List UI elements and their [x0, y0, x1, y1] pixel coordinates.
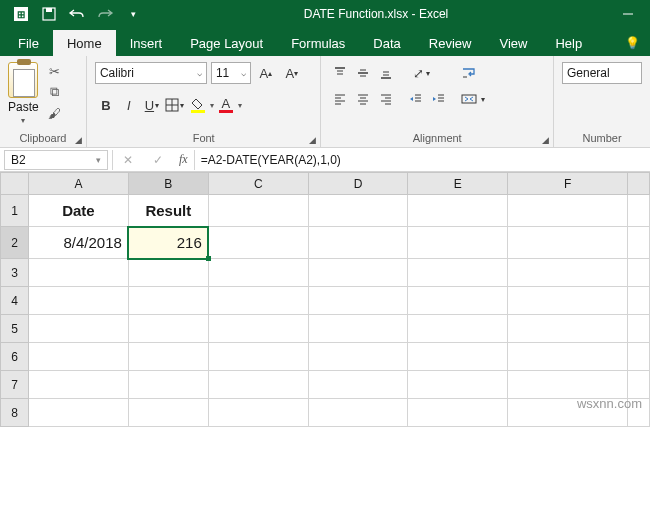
number-format-combo[interactable]: General — [562, 62, 642, 84]
align-left-icon[interactable] — [329, 88, 351, 110]
col-header-d[interactable]: D — [308, 173, 408, 195]
tab-insert[interactable]: Insert — [116, 30, 177, 56]
merge-center-button[interactable]: ▾ — [460, 88, 540, 110]
col-header-f[interactable]: F — [508, 173, 628, 195]
svg-rect-4 — [46, 8, 52, 12]
wrap-text-button[interactable] — [460, 62, 540, 84]
col-header-a[interactable]: A — [28, 173, 128, 195]
copy-icon[interactable]: ⧉ — [45, 83, 65, 101]
tab-view[interactable]: View — [485, 30, 541, 56]
orientation-icon[interactable]: ⤢▾ — [405, 62, 437, 84]
cancel-formula-icon[interactable]: ✕ — [113, 149, 143, 171]
tab-data[interactable]: Data — [359, 30, 414, 56]
redo-icon[interactable] — [92, 2, 118, 26]
fill-handle[interactable] — [206, 256, 211, 261]
group-alignment: Alignment◢ — [329, 130, 545, 147]
cell-b1[interactable]: Result — [128, 195, 208, 227]
align-middle-icon[interactable] — [352, 62, 374, 84]
align-top-icon[interactable] — [329, 62, 351, 84]
col-header-e[interactable]: E — [408, 173, 508, 195]
save-icon[interactable] — [36, 2, 62, 26]
paste-icon[interactable] — [8, 62, 38, 98]
paste-button[interactable]: Paste — [8, 100, 39, 114]
cell-b2[interactable]: 216 — [128, 227, 208, 259]
tab-help[interactable]: Help — [541, 30, 596, 56]
cell-d2[interactable] — [308, 227, 408, 259]
group-number: Number — [562, 130, 642, 147]
decrease-indent-icon[interactable] — [405, 88, 427, 110]
tell-me[interactable]: 💡 — [615, 30, 650, 56]
cell-c2[interactable] — [208, 227, 308, 259]
borders-button[interactable]: ▾ — [164, 94, 186, 116]
undo-icon[interactable] — [64, 2, 90, 26]
window-title: DATE Function.xlsx - Excel — [146, 7, 606, 21]
cell-a1[interactable]: Date — [28, 195, 128, 227]
underline-button[interactable]: U▾ — [141, 94, 163, 116]
cell-c1[interactable] — [208, 195, 308, 227]
tab-home[interactable]: Home — [53, 30, 116, 56]
group-font: Font◢ — [95, 130, 313, 147]
cut-icon[interactable]: ✂ — [45, 62, 65, 80]
increase-font-icon[interactable]: A▴ — [255, 62, 277, 84]
format-painter-icon[interactable]: 🖌 — [45, 104, 65, 122]
accept-formula-icon[interactable]: ✓ — [143, 149, 173, 171]
cell-a2[interactable]: 8/4/2018 — [28, 227, 128, 259]
row-header-2[interactable]: 2 — [1, 227, 29, 259]
qat-customize-icon[interactable]: ▾ — [120, 2, 146, 26]
launcher-icon[interactable]: ◢ — [75, 135, 82, 145]
select-all-corner[interactable] — [1, 173, 29, 195]
watermark: wsxnn.com — [577, 396, 642, 411]
fill-color-button[interactable] — [187, 94, 209, 116]
cell-d1[interactable] — [308, 195, 408, 227]
row-header-4[interactable]: 4 — [1, 287, 29, 315]
svg-text:⊞: ⊞ — [17, 9, 25, 20]
cell-e1[interactable] — [408, 195, 508, 227]
align-right-icon[interactable] — [375, 88, 397, 110]
minimize-button[interactable] — [606, 0, 650, 28]
row-header-7[interactable]: 7 — [1, 371, 29, 399]
launcher-icon[interactable]: ◢ — [542, 135, 549, 145]
fx-icon[interactable]: fx — [173, 152, 194, 167]
group-clipboard: Clipboard◢ — [8, 130, 78, 147]
lightbulb-icon: 💡 — [625, 36, 640, 50]
tab-review[interactable]: Review — [415, 30, 486, 56]
col-header-b[interactable]: B — [128, 173, 208, 195]
cell-e2[interactable] — [408, 227, 508, 259]
bold-button[interactable]: B — [95, 94, 117, 116]
font-color-button[interactable]: A — [215, 94, 237, 116]
align-center-icon[interactable] — [352, 88, 374, 110]
formula-bar-input[interactable] — [195, 149, 650, 171]
increase-indent-icon[interactable] — [428, 88, 450, 110]
cell-f2[interactable] — [508, 227, 628, 259]
font-name-combo[interactable]: Calibri⌵ — [95, 62, 207, 84]
italic-button[interactable]: I — [118, 94, 140, 116]
row-header-6[interactable]: 6 — [1, 343, 29, 371]
excel-icon: ⊞ — [8, 2, 34, 26]
tab-formulas[interactable]: Formulas — [277, 30, 359, 56]
tab-file[interactable]: File — [4, 30, 53, 56]
col-header-blank[interactable] — [627, 173, 649, 195]
svg-rect-37 — [462, 95, 476, 103]
cell-f1[interactable] — [508, 195, 628, 227]
launcher-icon[interactable]: ◢ — [309, 135, 316, 145]
row-header-8[interactable]: 8 — [1, 399, 29, 427]
row-header-1[interactable]: 1 — [1, 195, 29, 227]
align-bottom-icon[interactable] — [375, 62, 397, 84]
col-header-c[interactable]: C — [208, 173, 308, 195]
tab-page-layout[interactable]: Page Layout — [176, 30, 277, 56]
row-header-5[interactable]: 5 — [1, 315, 29, 343]
name-box[interactable]: B2▾ — [4, 150, 108, 170]
font-size-combo[interactable]: 11⌵ — [211, 62, 251, 84]
row-header-3[interactable]: 3 — [1, 259, 29, 287]
decrease-font-icon[interactable]: A▾ — [281, 62, 303, 84]
